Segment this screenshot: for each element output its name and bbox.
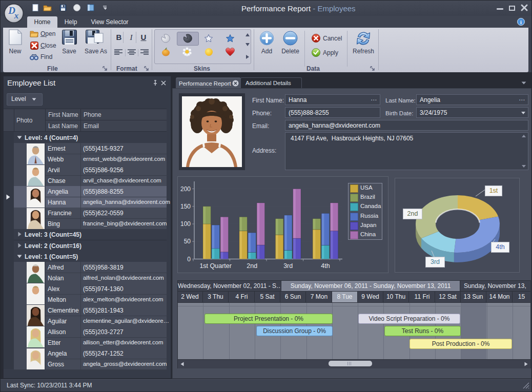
svg-text:4th: 4th xyxy=(321,262,330,270)
svg-text:3rd: 3rd xyxy=(283,262,293,270)
svg-text:1st Quarter: 1st Quarter xyxy=(199,262,232,270)
svg-text:100: 100 xyxy=(180,220,191,228)
svg-text:x: x xyxy=(14,11,19,20)
svg-text:0: 0 xyxy=(187,256,191,263)
svg-text:200: 200 xyxy=(180,185,191,193)
svg-text:i: i xyxy=(520,19,522,25)
svg-text:50: 50 xyxy=(184,238,191,245)
svg-text:150: 150 xyxy=(180,203,191,210)
svg-text:2nd: 2nd xyxy=(247,262,257,270)
